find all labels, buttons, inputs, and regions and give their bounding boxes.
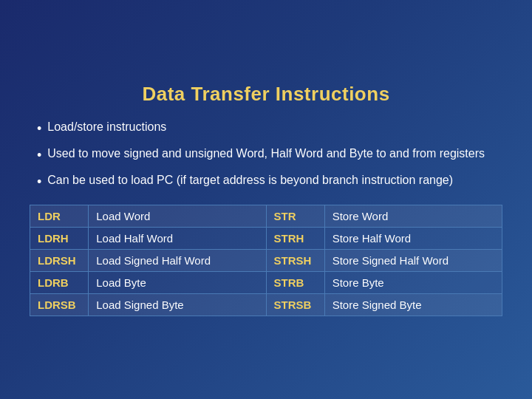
desc-right: Store Half Word xyxy=(324,228,502,250)
bullet-text-3: Can be used to load PC (if target addres… xyxy=(47,172,502,188)
table-row: LDRSHLoad Signed Half WordSTRSHStore Sig… xyxy=(30,250,502,272)
bullet-list: • Load/store instructions • Used to move… xyxy=(30,119,502,192)
desc-left: Load Word xyxy=(89,205,266,228)
table-row: LDRLoad WordSTRStore Word xyxy=(30,205,502,228)
bullet-item-1: • Load/store instructions xyxy=(37,119,502,138)
abbr-left: LDRSB xyxy=(30,294,89,316)
bullet-item-2: • Used to move signed and unsigned Word,… xyxy=(37,146,502,165)
instruction-table: LDRLoad WordSTRStore WordLDRHLoad Half W… xyxy=(30,205,502,316)
abbr-right: STR xyxy=(266,205,324,228)
slide-title: Data Transfer Instructions xyxy=(30,83,502,106)
desc-left: Load Byte xyxy=(89,272,266,294)
table-row: LDRBLoad ByteSTRBStore Byte xyxy=(30,272,502,294)
desc-right: Store Byte xyxy=(324,272,502,294)
abbr-left: LDRH xyxy=(30,228,89,250)
abbr-right: STRH xyxy=(266,228,324,250)
slide-container: Data Transfer Instructions • Load/store … xyxy=(7,68,525,332)
bullet-dot-1: • xyxy=(37,120,41,138)
abbr-left: LDR xyxy=(30,205,89,228)
bullet-dot-2: • xyxy=(37,146,41,165)
desc-right: Store Signed Half Word xyxy=(324,250,502,272)
desc-right: Store Word xyxy=(324,205,502,228)
abbr-left: LDRSH xyxy=(30,250,89,272)
bullet-item-3: • Can be used to load PC (if target addr… xyxy=(37,172,502,191)
bullet-dot-3: • xyxy=(37,173,41,191)
desc-right: Store Signed Byte xyxy=(324,294,502,316)
bullet-text-1: Load/store instructions xyxy=(47,119,502,135)
abbr-right: STRSH xyxy=(266,250,324,272)
abbr-right: STRB xyxy=(266,272,324,294)
abbr-right: STRSB xyxy=(266,294,324,316)
desc-left: Load Half Word xyxy=(89,228,266,250)
desc-left: Load Signed Byte xyxy=(89,294,266,316)
abbr-left: LDRB xyxy=(30,272,89,294)
table-row: LDRHLoad Half WordSTRHStore Half Word xyxy=(30,228,502,250)
desc-left: Load Signed Half Word xyxy=(89,250,266,272)
bullet-text-2: Used to move signed and unsigned Word, H… xyxy=(47,146,502,162)
table-row: LDRSBLoad Signed ByteSTRSBStore Signed B… xyxy=(30,294,502,316)
